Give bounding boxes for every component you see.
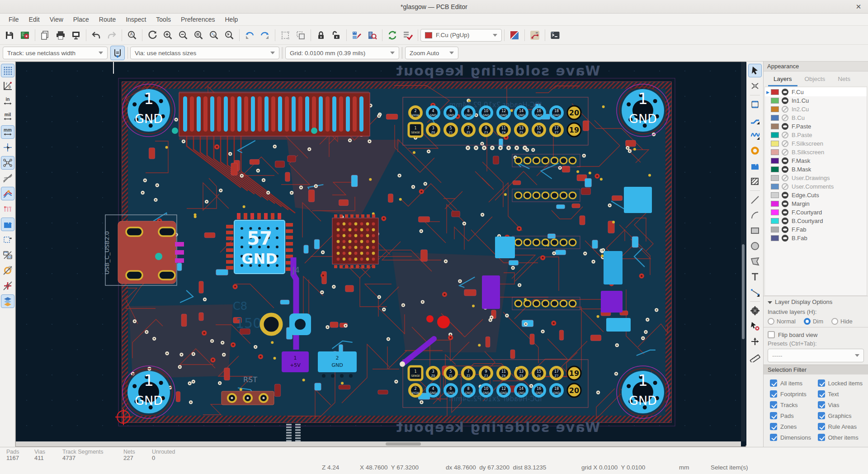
layer-row-in2-cu[interactable]: In2.Cu — [765, 105, 867, 114]
eye-visible-icon[interactable] — [782, 157, 788, 164]
filter-rule-areas[interactable]: Rule Areas — [818, 423, 866, 430]
layer-row-margin[interactable]: Margin — [765, 199, 867, 208]
refresh-button[interactable] — [145, 28, 160, 43]
layer-color-swatch[interactable] — [771, 158, 779, 164]
zoom-dropdown[interactable]: Zoom Auto — [405, 47, 458, 59]
flip-board-view[interactable]: Flip board view — [768, 331, 864, 338]
eye-hidden-icon[interactable] — [782, 114, 788, 121]
crosshair-button[interactable] — [1, 141, 14, 154]
filter-zones[interactable]: Zones — [770, 423, 818, 430]
layer-row-f-silkscreen[interactable]: F.Silkscreen — [765, 139, 867, 148]
layer-color-swatch[interactable] — [771, 132, 779, 138]
eye-hidden-icon[interactable] — [782, 149, 788, 156]
layer-color-swatch[interactable] — [771, 175, 779, 181]
zoom-selection-button[interactable] — [222, 28, 236, 43]
eye-visible-icon[interactable] — [782, 226, 788, 233]
layer-color-swatch[interactable] — [771, 201, 779, 207]
layer-stack-button[interactable] — [1, 294, 14, 308]
layer-row-b-paste[interactable]: B.Paste — [765, 131, 867, 139]
add-target-button[interactable] — [748, 304, 762, 318]
route-tracks-button[interactable] — [748, 113, 762, 127]
menu-help[interactable]: Help — [220, 14, 243, 24]
zone-fill-button[interactable] — [1, 218, 14, 231]
lock-button[interactable] — [314, 28, 328, 43]
update-pcb-from-schematic-button[interactable] — [349, 28, 364, 43]
tune-length-button[interactable] — [748, 128, 762, 142]
delete-tool-button[interactable] — [748, 319, 762, 333]
menu-tools[interactable]: Tools — [151, 14, 176, 24]
menu-place[interactable]: Place — [68, 14, 94, 24]
net-colors-button[interactable] — [1, 187, 14, 200]
eye-visible-icon[interactable] — [782, 89, 788, 95]
layer-color-swatch[interactable] — [771, 106, 779, 112]
layer-row-b-mask[interactable]: B.Mask — [765, 165, 867, 174]
footprint-browser-button[interactable] — [365, 28, 379, 43]
layer-color-swatch[interactable] — [771, 141, 779, 147]
horizontal-scrollbar[interactable] — [16, 441, 741, 446]
add-zone-button[interactable] — [748, 159, 762, 173]
layer-row-b-courtyard[interactable]: B.Courtyard — [765, 217, 867, 225]
ratsnest-button[interactable] — [1, 156, 14, 170]
layer-row-f-mask[interactable]: F.Mask — [765, 156, 867, 165]
zoom-in-button[interactable] — [160, 28, 175, 43]
radio-dim[interactable]: Dim — [804, 318, 823, 325]
menu-file[interactable]: File — [4, 14, 24, 24]
layer-display-options-header[interactable]: Layer Display Options — [768, 299, 864, 305]
layer-color-swatch[interactable] — [771, 192, 779, 198]
scripting-console-button[interactable] — [548, 28, 562, 43]
curved-ratsnest-button[interactable] — [1, 171, 14, 185]
filter-text[interactable]: Text — [818, 390, 866, 398]
pad-sketch-button[interactable] — [1, 264, 14, 277]
footprint-links-button[interactable] — [1, 248, 14, 262]
eye-visible-icon[interactable] — [782, 209, 788, 216]
units-mm-button[interactable]: mm — [1, 125, 14, 139]
layer-row-b-cu[interactable]: B.Cu — [765, 114, 867, 122]
layer-row-b-fab[interactable]: B.Fab — [765, 234, 867, 242]
eye-hidden-icon[interactable] — [782, 132, 788, 138]
add-via-button[interactable] — [748, 144, 762, 157]
zoom-out-button[interactable] — [176, 28, 190, 43]
layer-color-swatch[interactable] — [771, 123, 779, 129]
redo-button[interactable] — [104, 28, 119, 43]
layer-color-swatch[interactable] — [771, 218, 779, 224]
update-footprints-button[interactable] — [385, 28, 400, 43]
eye-hidden-icon[interactable] — [782, 106, 788, 113]
add-arc-button[interactable] — [748, 209, 762, 222]
grid-button[interactable] — [1, 64, 14, 77]
add-rule-area-button[interactable] — [748, 175, 762, 188]
zoom-objects-button[interactable] — [207, 28, 221, 43]
presets-dropdown[interactable]: ----- — [768, 349, 864, 362]
filter-tracks[interactable]: Tracks — [770, 401, 818, 408]
find-button[interactable]: A — [125, 28, 139, 43]
layer-row-f-fab[interactable]: F.Fab — [765, 225, 867, 234]
filter-locked-items[interactable]: Locked items — [818, 379, 866, 387]
via-sketch-button[interactable] — [1, 279, 14, 293]
menu-preferences[interactable]: Preferences — [176, 14, 220, 24]
layer-row-f-cu[interactable]: ▶F.Cu — [765, 88, 867, 96]
filter-footprints[interactable]: Footprints — [770, 390, 818, 398]
add-circle-button[interactable] — [748, 239, 762, 253]
router-settings-button[interactable] — [528, 28, 542, 43]
save-button[interactable] — [2, 28, 17, 43]
layer-row-f-paste[interactable]: F.Paste — [765, 122, 867, 131]
radio-normal[interactable]: Normal — [768, 318, 796, 325]
drc-button[interactable] — [401, 28, 415, 43]
grid-dropdown[interactable]: Grid: 0.0100 mm (0.39 mils) — [285, 47, 399, 59]
page-settings-button[interactable] — [38, 28, 52, 43]
rotate-cw-button[interactable] — [258, 28, 272, 43]
select-button[interactable] — [748, 64, 762, 77]
eye-hidden-icon[interactable] — [782, 140, 788, 147]
filter-other-items[interactable]: Other items — [818, 434, 866, 441]
menu-route[interactable]: Route — [94, 14, 121, 24]
filter-dimensions[interactable]: Dimensions — [770, 434, 818, 441]
layer-row-b-silkscreen[interactable]: B.Silkscreen — [765, 148, 867, 156]
flip-board-checkbox[interactable] — [768, 331, 775, 338]
menu-view[interactable]: View — [45, 14, 68, 24]
zoom-fit-button[interactable] — [191, 28, 206, 43]
tab-layers[interactable]: Layers — [768, 74, 797, 86]
add-text-button[interactable] — [748, 270, 762, 284]
print-button[interactable] — [53, 28, 68, 43]
layer-color-swatch[interactable] — [771, 209, 779, 215]
layer-row-edge-cuts[interactable]: Edge.Cuts — [765, 191, 867, 199]
layer-pair-button[interactable] — [507, 28, 522, 43]
